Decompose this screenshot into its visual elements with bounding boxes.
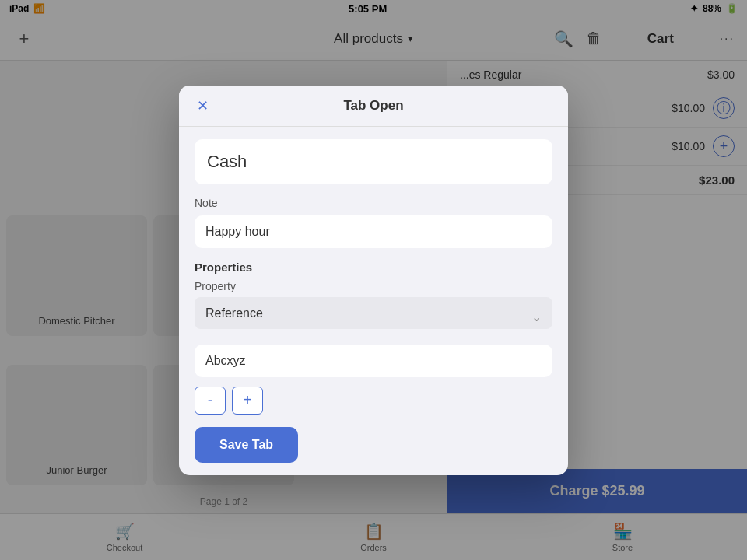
modal-body: Cash Note Properties Property ReferenceN… <box>179 127 568 475</box>
property-select[interactable]: ReferenceNamePhoneEmail <box>195 297 552 329</box>
modal-overlay: ✕ Tab Open Cash Note Properties Property… <box>0 0 747 560</box>
property-label: Property <box>195 280 552 292</box>
property-minus-button[interactable]: - <box>195 387 226 415</box>
tab-open-modal: ✕ Tab Open Cash Note Properties Property… <box>179 86 568 475</box>
modal-header: ✕ Tab Open <box>179 86 568 127</box>
cash-field: Cash <box>195 139 552 184</box>
modal-title: Tab Open <box>343 98 403 114</box>
property-value-input[interactable] <box>195 345 552 377</box>
note-input[interactable] <box>195 215 552 248</box>
property-buttons: - + <box>195 387 552 415</box>
properties-heading: Properties <box>195 261 552 274</box>
modal-close-button[interactable]: ✕ <box>191 95 213 117</box>
note-label: Note <box>195 197 552 209</box>
property-plus-button[interactable]: + <box>232 387 263 415</box>
property-select-wrapper: ReferenceNamePhoneEmail <box>195 297 552 337</box>
save-tab-button[interactable]: Save Tab <box>195 427 298 463</box>
